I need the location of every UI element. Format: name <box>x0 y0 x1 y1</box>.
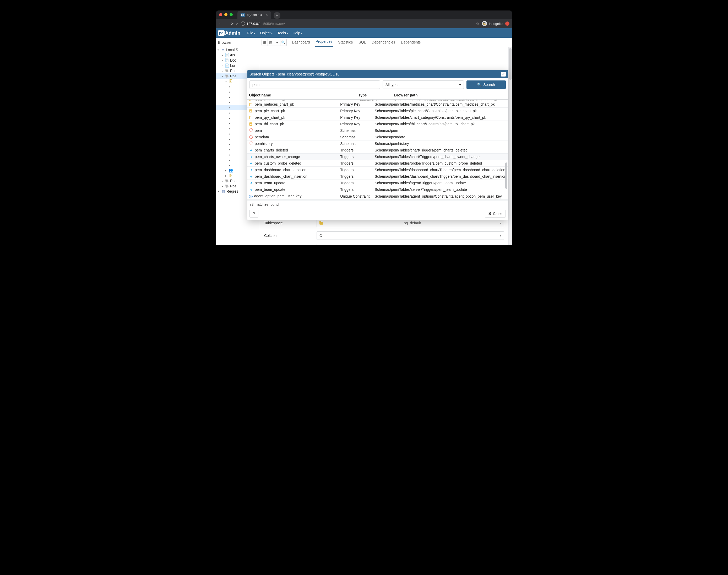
zoom-window-button[interactable] <box>230 13 233 16</box>
tree-disclosure-icon[interactable]: ▸ <box>228 132 231 135</box>
bookmark-star-icon[interactable]: ☆ <box>476 22 479 26</box>
property-select[interactable]: C▾ <box>317 244 504 245</box>
result-row[interactable]: pem_team_updateTriggersSchemas/pem/Table… <box>247 180 508 187</box>
toolbar-search-icon[interactable]: 🔍 <box>280 39 287 46</box>
toolbar-viewdata-icon[interactable]: ▤ <box>268 39 274 46</box>
menu-help[interactable]: Help <box>290 30 305 36</box>
nav-reload-button[interactable]: ⟳ <box>231 22 234 26</box>
result-row[interactable]: pem_charts_owner_changeTriggersSchemas/p… <box>247 154 508 160</box>
result-row[interactable]: pemhistorySchemasSchemas/pemhistory <box>247 140 508 147</box>
result-row[interactable]: pem_team_updateTriggersSchemas/pem/Table… <box>247 187 508 193</box>
tree-disclosure-icon[interactable]: ▾ <box>221 54 224 57</box>
tree-disclosure-icon[interactable]: ▸ <box>228 159 231 162</box>
result-row[interactable]: iserver_auth_pem_user_keyUnique Constrai… <box>247 200 508 201</box>
property-select[interactable]: C▾ <box>317 231 504 240</box>
type-filter-select[interactable]: All types ▾ <box>383 80 464 89</box>
result-row[interactable]: ⚿pem_tbl_chart_pkPrimary KeySchemas/pem/… <box>247 121 508 127</box>
result-row[interactable]: pem_charts_deletedTriggersSchemas/pem/Ta… <box>247 147 508 154</box>
properties-scrollbar[interactable] <box>509 47 512 245</box>
tree-item[interactable]: ▸📄Lor <box>216 63 260 68</box>
tree-disclosure-icon[interactable]: ▸ <box>224 174 228 177</box>
tree-disclosure-icon[interactable]: ▸ <box>228 101 231 104</box>
incognito-icon: 🕵 <box>482 21 487 26</box>
result-row[interactable]: iagent_option_pem_user_keyUnique Constra… <box>247 193 508 200</box>
tree-item[interactable]: ▾📄/us <box>216 53 260 58</box>
tree-disclosure-icon[interactable]: ▸ <box>221 64 224 67</box>
menu-object[interactable]: Object <box>258 30 275 36</box>
tab-dependencies[interactable]: Dependencies <box>371 38 396 47</box>
tree-disclosure-icon[interactable]: ▸ <box>228 143 231 146</box>
close-window-button[interactable] <box>219 13 222 16</box>
tree-item[interactable]: ▸📄Doc <box>216 58 260 63</box>
key-icon: ⚿ <box>249 100 253 101</box>
tree-disclosure-icon[interactable]: ▸ <box>228 96 231 99</box>
browser-tab[interactable]: pg pgAdmin 4 × <box>237 11 271 19</box>
results-scrollbar[interactable] <box>504 100 508 201</box>
search-input[interactable] <box>249 80 380 89</box>
col-browser-path[interactable]: Browser path <box>392 91 508 100</box>
extension-icon[interactable] <box>505 22 510 26</box>
tab-dependents[interactable]: Dependents <box>401 38 421 47</box>
tree-disclosure-icon[interactable]: ▸ <box>221 179 224 182</box>
tree-disclosure-icon[interactable]: ▸ <box>228 164 231 167</box>
tab-dashboard[interactable]: Dashboard <box>291 38 311 47</box>
result-row[interactable]: pem_custom_probe_deletedTriggersSchemas/… <box>247 160 508 167</box>
tree-disclosure-icon[interactable]: ▸ <box>228 106 231 109</box>
tree-disclosure-icon[interactable]: ▾ <box>224 80 228 83</box>
dialog-expand-icon[interactable]: ⤢ <box>501 72 506 76</box>
tree-disclosure-icon[interactable]: ▸ <box>228 153 231 156</box>
trigger-icon <box>249 181 253 185</box>
tree-disclosure-icon[interactable]: ▸ <box>217 190 220 193</box>
tree-disclosure-icon[interactable]: ▸ <box>221 69 224 72</box>
tab-properties[interactable]: Properties <box>315 37 333 47</box>
nav-back-button[interactable]: ← <box>218 22 222 26</box>
tree-root[interactable]: ▾ ▤ Local S <box>216 47 260 53</box>
tree-item-label: Pos <box>230 69 236 73</box>
search-bar: All types ▾ 🔍 Search <box>247 78 508 91</box>
result-row[interactable]: pem_dashboard_chart_deletionTriggersSche… <box>247 167 508 173</box>
tab-statistics[interactable]: Statistics <box>338 38 353 47</box>
result-row[interactable]: ⚿pem_qry_chart_pkPrimary KeySchemas/pem/… <box>247 114 508 121</box>
tree-disclosure-icon[interactable]: ▸ <box>228 111 231 114</box>
tree-disclosure-icon[interactable]: ▸ <box>221 185 224 188</box>
search-button[interactable]: 🔍 Search <box>466 80 506 89</box>
tab-close-icon[interactable]: × <box>266 13 268 17</box>
tree-disclosure-icon[interactable]: ▸ <box>228 122 231 125</box>
tree-disclosure-icon[interactable]: ▸ <box>228 85 231 88</box>
tree-disclosure-icon[interactable]: ▸ <box>228 127 231 130</box>
site-info-icon[interactable]: i <box>241 22 245 26</box>
result-row[interactable]: pemSchemasSchemas/pem <box>247 127 508 134</box>
results-scrollbar-thumb[interactable] <box>505 163 507 189</box>
tree-disclosure-icon[interactable]: ▾ <box>221 75 224 77</box>
tree-disclosure-icon[interactable]: ▸ <box>228 116 231 120</box>
tree-disclosure-icon[interactable]: ▸ <box>221 59 224 62</box>
close-button[interactable]: ✖ Close <box>485 210 506 217</box>
result-row[interactable]: ⚿pem_pie_chart_pkPrimary KeySchemas/pem/… <box>247 108 508 114</box>
tree-disclosure-icon[interactable]: ▾ <box>216 48 219 52</box>
tree-disclosure-icon[interactable]: ▸ <box>228 148 231 151</box>
result-row[interactable]: ⚿pem_metrices_chart_pkPrimary KeySchemas… <box>247 101 508 108</box>
help-button[interactable]: ? <box>249 210 258 217</box>
url-field[interactable]: i 127.0.0.1:5050/browser/ <box>241 22 474 26</box>
menu-tools[interactable]: Tools <box>275 30 290 36</box>
col-object-name[interactable]: Object name <box>247 91 357 100</box>
result-row[interactable]: pem_dashboard_chart_insertionTriggersSch… <box>247 173 508 180</box>
nav-home-button[interactable]: ⌂ <box>236 22 238 26</box>
tree-disclosure-icon[interactable]: ▸ <box>224 169 228 172</box>
minimize-window-button[interactable] <box>224 13 228 16</box>
new-tab-button[interactable]: + <box>274 12 280 19</box>
scrollbar-thumb[interactable] <box>509 48 512 80</box>
dialog-titlebar[interactable]: Search Objects - pem_clean/postgres@Post… <box>247 70 508 78</box>
menu-file[interactable]: File <box>245 30 257 36</box>
col-type[interactable]: Type <box>357 91 392 100</box>
nav-forward-button[interactable]: → <box>224 22 228 26</box>
tree-disclosure-icon[interactable]: ▸ <box>228 91 231 93</box>
toolbar-filter-icon[interactable]: ▼ <box>274 39 280 46</box>
database-icon: 🗄 <box>229 79 233 83</box>
tree-disclosure-icon[interactable]: ▸ <box>228 138 231 140</box>
tab-sql[interactable]: SQL <box>358 38 367 47</box>
toolbar-icon-group: ▦ ▤ ▼ 🔍 <box>260 39 288 46</box>
result-row[interactable]: pemdataSchemasSchemas/pemdata <box>247 134 508 140</box>
file-icon: 📄 <box>225 63 229 68</box>
toolbar-query-icon[interactable]: ▦ <box>262 39 268 46</box>
